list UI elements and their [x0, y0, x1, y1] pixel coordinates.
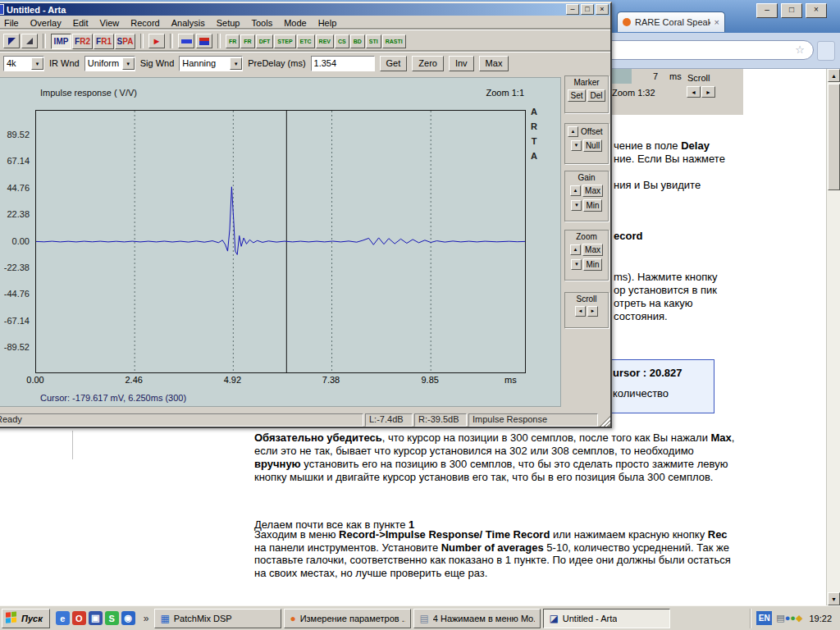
tray-volume-icon[interactable]: ◆	[796, 613, 802, 623]
taskbar-task-untitled-arta[interactable]: ◪Untitled - Arta	[543, 609, 670, 628]
ir-window-combo[interactable]: Uniform ▼	[84, 56, 135, 71]
zoom-group: Zoom ▲ Max ▼ Min	[564, 230, 609, 281]
menu-item-record[interactable]: Record	[125, 17, 165, 29]
taskbar-task-4-нажимаем-в-меню-mo-[interactable]: ▤4 Нажимаем в меню Mo...	[413, 609, 541, 628]
internet-explorer-icon[interactable]: e	[56, 611, 70, 625]
media-viewer-icon[interactable]: ◉	[121, 611, 135, 625]
zero-button[interactable]: Zero	[412, 56, 444, 71]
arta-logo: ARTA	[529, 104, 539, 163]
clock[interactable]: 19:22	[809, 614, 832, 623]
document-icon: ▤	[419, 613, 428, 624]
desktop-screen: RARE Coral Speak × – □ × ☆ 7 ms Scroll ◄…	[0, 0, 840, 630]
menu-item-file[interactable]: File	[0, 17, 25, 29]
zoom-group-label: Zoom	[565, 232, 608, 241]
mode-button-spa[interactable]: SPA	[115, 34, 135, 49]
audio-device-icon[interactable]	[196, 34, 212, 48]
marker-del-button[interactable]: Del	[587, 89, 605, 102]
taskbar-task-patchmix-dsp[interactable]: ▦PatchMix DSP	[154, 609, 281, 628]
mode-button-fr1[interactable]: FR1	[94, 34, 114, 49]
signal-generator-icon[interactable]	[178, 34, 194, 48]
offset-down-button[interactable]: ▼	[571, 140, 582, 151]
gain-min-button[interactable]: Min	[583, 199, 601, 212]
quick-launch-overflow-chevron[interactable]: »	[141, 613, 152, 624]
language-indicator[interactable]: EN	[756, 611, 772, 625]
marker-tool-icon[interactable]	[3, 34, 20, 48]
bookmark-star-icon[interactable]: ☆	[795, 43, 805, 56]
zoom-max-button[interactable]: Max	[582, 244, 603, 256]
browser-extensions-button[interactable]	[817, 41, 835, 61]
maximize-button[interactable]: □	[581, 4, 594, 15]
offset-null-button[interactable]: Null	[583, 139, 602, 152]
analysis-button-rev-5[interactable]: REV	[316, 34, 334, 48]
page-text-line: отреть на какую	[614, 297, 693, 309]
y-axis-tick: -67.14	[4, 316, 30, 326]
scroll-left-button[interactable]: ◄	[575, 306, 586, 317]
page-text-line: ор установится в пик	[614, 284, 717, 296]
max-button[interactable]: Max	[479, 56, 509, 71]
windows-logo-icon	[6, 611, 18, 625]
analysis-button-bd-7[interactable]: BD	[350, 34, 365, 48]
gain-down-button[interactable]: ▼	[571, 200, 582, 211]
menu-item-overlay[interactable]: Overlay	[25, 17, 67, 29]
menu-item-edit[interactable]: Edit	[67, 17, 94, 29]
analysis-button-cs-6[interactable]: CS	[335, 34, 349, 48]
tray-display-icon[interactable]: ▤	[776, 613, 784, 623]
menu-item-setup[interactable]: Setup	[211, 17, 246, 29]
tray-antivirus-icon[interactable]: ●	[790, 613, 796, 623]
opera-browser-icon[interactable]: O	[72, 611, 86, 625]
menu-item-view[interactable]: View	[94, 17, 126, 29]
analysis-button-etc-4[interactable]: ETC	[297, 34, 315, 48]
predelay-input[interactable]	[311, 56, 375, 71]
arta-titlebar[interactable]: Untitled - Arta – □ ×	[0, 3, 610, 16]
quick-launch-bar: eO▣S◉	[53, 611, 138, 625]
gain-up-button[interactable]: ▲	[570, 185, 581, 196]
chevron-down-icon[interactable]: ▼	[122, 57, 135, 70]
signal-window-combo[interactable]: Hanning ▼	[179, 56, 243, 71]
browser-close-button[interactable]: ×	[806, 3, 827, 18]
analysis-button-fr-0[interactable]: FR	[226, 34, 240, 48]
chevron-down-icon[interactable]: ▼	[31, 57, 43, 70]
analysis-button-sti-8[interactable]: STI	[366, 34, 381, 48]
skype-icon[interactable]: S	[105, 611, 119, 625]
menu-item-analysis[interactable]: Analysis	[166, 17, 211, 29]
scrollbar-down-icon[interactable]: ▼	[828, 592, 840, 605]
mode-button-imp[interactable]: IMP	[51, 34, 71, 49]
taskbar-task-измерение-параметров-[interactable]: ●Измерение параметров ...	[284, 609, 411, 628]
analysis-button-rasti-9[interactable]: RASTI	[382, 34, 406, 48]
page-scrollbar[interactable]: ▲ ▼	[826, 69, 840, 605]
tab-close-icon[interactable]: ×	[714, 17, 719, 27]
menu-item-help[interactable]: Help	[313, 17, 343, 29]
chart-title: Impulse response ( V/V)	[40, 88, 137, 98]
impulse-plot[interactable]	[35, 110, 526, 373]
record-button[interactable]: ►	[148, 34, 165, 48]
menu-item-tools[interactable]: Tools	[245, 17, 278, 29]
overlay-tool-icon[interactable]	[21, 34, 38, 48]
minimize-button[interactable]: –	[566, 4, 579, 15]
fft-size-combo[interactable]: 4k ▼	[3, 56, 44, 71]
mode-button-fr2[interactable]: FR2	[72, 34, 93, 49]
save-disk-icon[interactable]: ▣	[89, 611, 103, 625]
menu-item-mode[interactable]: Mode	[278, 17, 313, 29]
browser-minimize-button[interactable]: –	[756, 3, 778, 18]
scrollbar-thumb[interactable]	[828, 84, 840, 190]
browser-maximize-button[interactable]: □	[781, 3, 802, 18]
close-button[interactable]: ×	[596, 4, 609, 15]
zoom-down-button[interactable]: ▼	[571, 259, 582, 270]
scrollbar-up-icon[interactable]: ▲	[828, 69, 840, 82]
start-button[interactable]: Пуск	[2, 609, 50, 628]
resize-grip[interactable]	[600, 413, 610, 427]
analysis-button-fr-1[interactable]: FR	[240, 34, 254, 48]
analysis-button-dft-2[interactable]: DFT	[256, 34, 274, 48]
inv-button[interactable]: Inv	[449, 56, 474, 71]
arta-client-area: Impulse response ( V/V) Zoom 1:1 ARTA 89…	[0, 72, 610, 412]
get-button[interactable]: Get	[380, 56, 408, 71]
browser-tab[interactable]: RARE Coral Speak ×	[617, 11, 725, 32]
chevron-down-icon[interactable]: ▼	[230, 57, 242, 70]
analysis-button-step-3[interactable]: STEP	[274, 34, 295, 48]
gain-max-button[interactable]: Max	[582, 185, 603, 197]
marker-set-button[interactable]: Set	[568, 89, 586, 102]
scroll-right-button[interactable]: ►	[587, 306, 598, 317]
offset-up-button[interactable]: ▲	[568, 126, 578, 137]
zoom-min-button[interactable]: Min	[583, 258, 601, 271]
zoom-up-button[interactable]: ▲	[570, 244, 581, 255]
